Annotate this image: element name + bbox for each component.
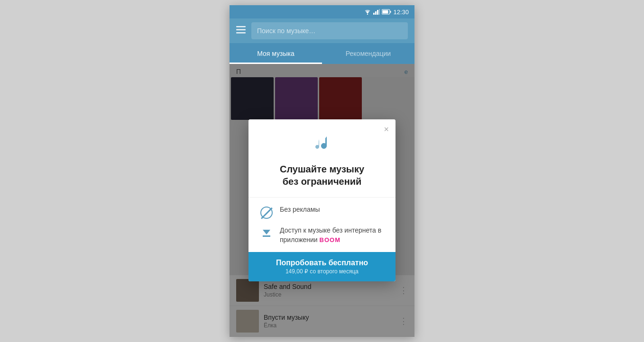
svg-rect-1 [373,13,375,15]
search-bar: Поиск по музыке… [230,18,414,43]
svg-rect-4 [379,9,380,15]
feature-offline: Доступ к музыке без интернета в приложен… [260,226,384,244]
search-field[interactable]: Поиск по музыке… [251,22,408,39]
search-placeholder: Поиск по музыке… [257,27,315,35]
modal-features: Без рекламы Доступ к музыке без интернет… [248,197,396,252]
svg-point-0 [367,14,368,15]
battery-icon [382,9,391,15]
no-ads-text: Без рекламы [280,205,320,215]
svg-rect-2 [375,11,377,15]
main-content: П e Safe and Sound Justice ⋮ [230,64,414,337]
modal-close-button[interactable]: × [384,125,389,134]
modal-title: Слушайте музыку без ограничений [280,163,364,188]
status-bar: 12:30 [230,5,414,18]
status-time: 12:30 [393,9,409,16]
hamburger-icon[interactable] [236,26,246,36]
download-icon [260,227,273,240]
status-icons: 12:30 [364,9,409,16]
svg-rect-6 [383,10,388,14]
subscription-modal: × Слушайте музыку без ограничений [248,119,396,281]
feature-no-ads: Без рекламы [260,205,384,219]
try-free-button[interactable]: Попробовать бесплатно 149,00 ₽ со второг… [248,252,396,281]
cta-sub-label: 149,00 ₽ со второго месяца [285,268,359,275]
boom-logo: BOOM [320,236,340,243]
wifi-icon [364,9,371,15]
svg-rect-8 [236,26,246,27]
svg-rect-9 [236,29,246,30]
tab-bar: Моя музыка Рекомендации [230,43,414,64]
signal-icon [373,9,380,15]
svg-rect-7 [390,11,391,13]
phone-container: 12:30 Поиск по музыке… Моя музыка Рекоме… [230,5,414,337]
modal-top: × Слушайте музыку без ограничений [248,119,396,197]
cta-main-label: Попробовать бесплатно [276,259,368,267]
music-note-icon [312,133,332,156]
no-ads-icon [260,206,273,219]
svg-rect-3 [377,10,378,15]
tab-my-music[interactable]: Моя музыка [230,43,322,64]
offline-text: Доступ к музыке без интернета в приложен… [280,226,384,244]
svg-rect-10 [236,32,246,34]
tab-recommendations[interactable]: Рекомендации [322,43,414,64]
modal-overlay: × Слушайте музыку без ограничений [230,64,414,337]
